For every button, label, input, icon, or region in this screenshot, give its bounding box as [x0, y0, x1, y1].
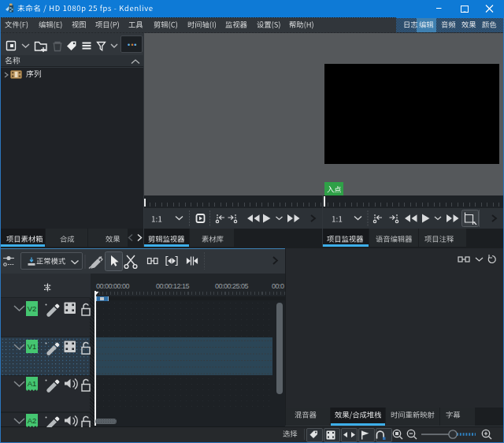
svg-text:V2: V2 — [28, 304, 37, 313]
svg-text:V1: V1 — [28, 342, 37, 351]
svg-text:A2: A2 — [28, 416, 37, 425]
svg-text:A1: A1 — [28, 379, 37, 388]
